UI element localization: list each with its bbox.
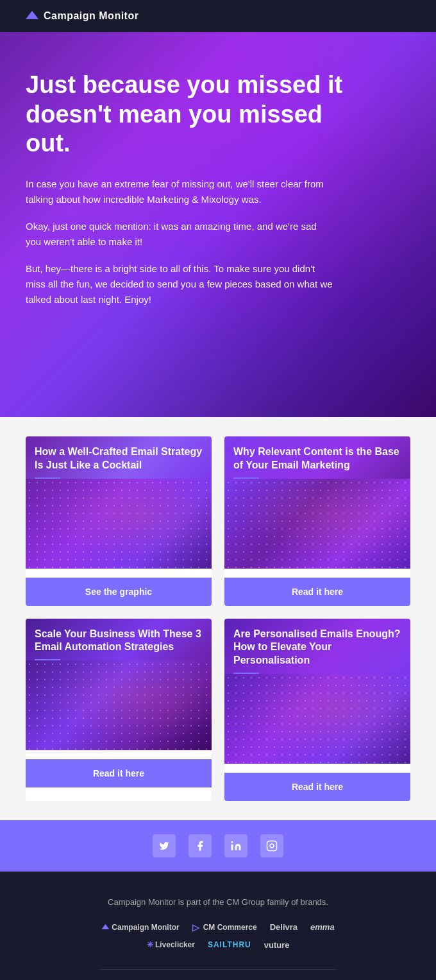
card-2: Why Relevant Content is the Base of Your… (224, 436, 410, 606)
card-4-top: Are Personalised Emails Enough? How to E… (224, 619, 410, 674)
facebook-icon[interactable] (189, 834, 212, 857)
header: Campaign Monitor (0, 0, 436, 32)
card-3-button[interactable]: Read it here (26, 759, 212, 787)
cm-mini-icon (101, 924, 109, 931)
brand-sailthru: SAILTHRU (208, 940, 251, 949)
card-3-title: Scale Your Business With These 3 Email A… (35, 628, 203, 655)
logo-area: Campaign Monitor (26, 10, 138, 22)
card-3: Scale Your Business With These 3 Email A… (26, 619, 212, 801)
card-1-image (26, 479, 212, 569)
hero-paragraph-3: But, hey—there is a bright side to all o… (26, 261, 333, 307)
brand-campaign-monitor: Campaign Monitor (101, 923, 179, 932)
cards-grid: How a Well-Crafted Email Strategy Is Jus… (26, 436, 410, 801)
footer-tagline: Campaign Monitor is part of the CM Group… (26, 897, 410, 907)
brand-delivra: Delivra (270, 922, 298, 932)
svg-rect-1 (267, 841, 277, 850)
envelope-icon (26, 11, 38, 21)
card-2-title: Why Relevant Content is the Base of Your… (233, 445, 401, 472)
brand-vuture: vuture (264, 940, 290, 950)
dot-pattern-4 (224, 674, 410, 764)
social-bar (0, 820, 436, 872)
svg-point-0 (231, 841, 233, 843)
card-1-top: How a Well-Crafted Email Strategy Is Jus… (26, 436, 212, 479)
dot-pattern-1 (26, 479, 212, 569)
hero-paragraph-1: In case you have an extreme fear of miss… (26, 176, 333, 207)
hero-paragraph-2: Okay, just one quick mention: it was an … (26, 219, 333, 250)
card-1: How a Well-Crafted Email Strategy Is Jus… (26, 436, 212, 606)
card-3-image (26, 660, 212, 750)
dot-pattern-2 (224, 479, 410, 569)
card-4-title: Are Personalised Emails Enough? How to E… (233, 628, 401, 667)
footer-divider (99, 969, 337, 970)
linkedin-icon[interactable] (224, 834, 247, 857)
footer: Campaign Monitor is part of the CM Group… (0, 872, 436, 980)
hero-title: Just because you missed it doesn't mean … (26, 71, 346, 159)
instagram-icon[interactable] (260, 834, 283, 857)
brands-row-1: Campaign Monitor ▷CM Commerce Delivra em… (26, 922, 410, 933)
brand-liveclicker: ✳ Liveclicker (147, 940, 195, 949)
card-2-image (224, 479, 410, 569)
card-2-button[interactable]: Read it here (224, 578, 410, 606)
cards-section: How a Well-Crafted Email Strategy Is Jus… (0, 417, 436, 820)
card-3-top: Scale Your Business With These 3 Email A… (26, 619, 212, 661)
brand-emma: emma (310, 922, 335, 932)
logo-text: Campaign Monitor (44, 10, 138, 22)
card-4: Are Personalised Emails Enough? How to E… (224, 619, 410, 801)
brand-cm-commerce: ▷CM Commerce (192, 922, 257, 933)
hero-body: In case you have an extreme fear of miss… (26, 176, 333, 307)
dot-pattern-3 (26, 660, 212, 750)
card-1-title: How a Well-Crafted Email Strategy Is Jus… (35, 445, 203, 472)
card-4-image (224, 674, 410, 764)
card-1-button[interactable]: See the graphic (26, 578, 212, 606)
card-2-top: Why Relevant Content is the Base of Your… (224, 436, 410, 479)
card-4-button[interactable]: Read it here (224, 773, 410, 801)
twitter-icon[interactable] (153, 834, 176, 857)
brands-row-2: ✳ Liveclicker SAILTHRU vuture (26, 940, 410, 950)
hero-section: Just because you missed it doesn't mean … (0, 32, 436, 417)
